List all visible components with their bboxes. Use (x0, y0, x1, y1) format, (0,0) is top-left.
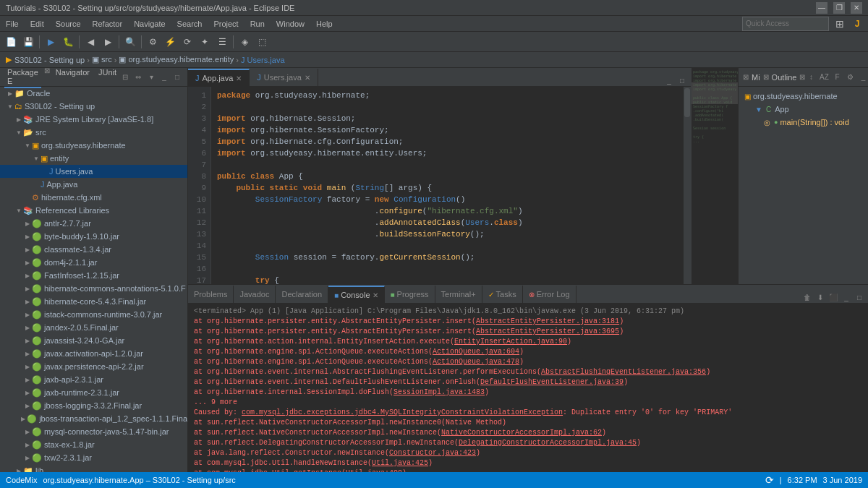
toolbar-btn-10[interactable]: ◈ (237, 34, 252, 50)
outline-sort-btn[interactable]: ↕ (805, 72, 817, 83)
tree-item-lib[interactable]: ▶ 📁 lib (0, 464, 187, 472)
menu-help[interactable]: Help (310, 16, 339, 31)
tab-package-explorer[interactable]: Package E (4, 68, 41, 88)
link-editor-btn[interactable]: ⇔ (132, 72, 144, 83)
tree-item-users-java[interactable]: J Users.java (0, 165, 187, 178)
menu-refactor[interactable]: Refactor (87, 16, 129, 31)
save-btn[interactable]: 💾 (20, 34, 36, 50)
toolbar-btn-8[interactable]: ✦ (197, 34, 213, 50)
tree-item-jre[interactable]: ▶ 📚 JRE System Library [JavaSE-1.8] (0, 113, 187, 126)
back-btn[interactable]: ◀ (82, 34, 98, 50)
tree-item-jar-istack[interactable]: ▶🟢istack-commons-runtime-3.0.7.jar (0, 308, 187, 321)
btab-declaration[interactable]: Declaration (276, 286, 328, 303)
perspective-btn[interactable]: ⊞ (832, 16, 848, 32)
breadcrumb-package[interactable]: ▣ org.studyeasy.hibernate.entity (119, 55, 234, 64)
outline-settings-btn[interactable]: ⚙ (844, 72, 856, 83)
outline-tab-label[interactable]: Mi (752, 73, 760, 82)
tree-item-jar-mysql[interactable]: ▶🟢mysql-connector-java-5.1.47-bin.jar (0, 425, 187, 438)
menu-file[interactable]: File (0, 16, 25, 31)
perspective-java-btn[interactable]: J (849, 16, 865, 32)
toolbar-btn-11[interactable]: ⬚ (254, 34, 270, 50)
run-btn[interactable]: ▶ (43, 34, 59, 50)
collapse-all-btn[interactable]: ⊟ (119, 72, 131, 83)
editor-scrollbar[interactable] (684, 87, 691, 284)
tab-junit[interactable]: JUnit (95, 68, 119, 88)
tree-item-cfg-xml[interactable]: ⚙ hibernate.cfg.xml (0, 191, 187, 204)
btab-problems[interactable]: Problems (188, 286, 234, 303)
tree-item-jar-jbosstx[interactable]: ▶🟢jboss-transaction-api_1.2_spec-1.1.1.F… (0, 412, 187, 425)
editor-maximize-btn[interactable]: □ (676, 74, 688, 86)
toolbar-btn-7[interactable]: ⟳ (179, 34, 195, 50)
quick-access-input[interactable] (742, 17, 829, 31)
tree-item-ref-libs[interactable]: ▼ 📚 Referenced Libraries (0, 204, 187, 217)
tree-item-jar-stax[interactable]: ▶🟢stax-ex-1.8.jar (0, 438, 187, 451)
minimize-button[interactable]: — (816, 2, 827, 14)
outline-hide-fields-btn[interactable]: F (831, 72, 843, 83)
breadcrumb-project[interactable]: S30L02 - Setting up (14, 56, 85, 64)
code-content[interactable]: package org.studyeasy.hibernate; import … (211, 87, 684, 284)
debug-btn[interactable]: 🐛 (60, 34, 76, 50)
console-maximize-btn[interactable]: □ (854, 291, 865, 303)
tree-item-jar-dom4j[interactable]: ▶🟢dom4j-2.1.1.jar (0, 256, 187, 269)
tree-item-src[interactable]: ▼ 📂 src (0, 126, 187, 139)
menu-source[interactable]: Source (50, 16, 87, 31)
menu-project[interactable]: Project (208, 16, 244, 31)
maximize-button[interactable]: ❐ (833, 2, 845, 14)
toolbar-btn-6[interactable]: ⚡ (162, 34, 178, 50)
tree-item-pkg-entity[interactable]: ▼ ▣ entity (0, 152, 187, 165)
outline-tab[interactable]: Outline (772, 73, 797, 82)
toolbar-btn-5[interactable]: ⚙ (145, 34, 161, 50)
menu-window[interactable]: Window (271, 16, 310, 31)
outline-minimize-btn[interactable]: _ (857, 72, 868, 83)
btab-terminal[interactable]: Terminal+ (435, 286, 482, 303)
tree-item-jar-jandex[interactable]: ▶🟢jandex-2.0.5.Final.jar (0, 321, 187, 334)
tree-item-app-java[interactable]: J App.java (0, 178, 187, 191)
tab-users-java[interactable]: J Users.java ✕ (250, 69, 318, 86)
tree-item-jar-javassist[interactable]: ▶🟢javassist-3.24.0-GA.jar (0, 334, 187, 347)
btab-tasks[interactable]: ✓ Tasks (482, 286, 523, 303)
outline-item-class[interactable]: ▼ C App (741, 103, 865, 116)
console-scroll-end-btn[interactable]: ⬇ (814, 291, 826, 303)
tree-item-jar-jaxact[interactable]: ▶🟢javax.activation-api-1.2.0.jar (0, 347, 187, 360)
tab-navigator[interactable]: Navigator (53, 68, 93, 88)
tree-item-jar-classmate[interactable]: ▶🟢classmate-1.3.4.jar (0, 243, 187, 256)
menu-search[interactable]: Search (171, 16, 208, 31)
btab-progress[interactable]: ■ Progress (385, 286, 435, 303)
menu-navigate[interactable]: Navigate (128, 16, 171, 31)
maximize-panel-btn[interactable]: □ (171, 72, 183, 83)
close-console-btn[interactable]: ✕ (373, 291, 378, 299)
console-minimize-btn[interactable]: _ (841, 291, 852, 303)
tree-item-pkg-hibernate[interactable]: ▼ ▣ org.studyeasy.hibernate (0, 139, 187, 152)
close-app-java[interactable]: ✕ (236, 74, 242, 82)
tab-app-java[interactable]: J App.java ✕ (188, 69, 250, 86)
menu-run[interactable]: Run (244, 16, 271, 31)
tree-item-jar-hcore[interactable]: ▶🟢hibernate-core-5.4.3.Final.jar (0, 295, 187, 308)
outline-item-pkg[interactable]: ▣ org.studyeasy.hibernate (741, 90, 865, 103)
close-button[interactable]: ✕ (851, 2, 862, 14)
menu-edit[interactable]: Edit (25, 16, 50, 31)
console-clear-btn[interactable]: 🗑 (801, 291, 813, 303)
close-users-java[interactable]: ✕ (305, 74, 310, 82)
tree-item-jar-txw2[interactable]: ▶🟢txw2-2.3.1.jar (0, 451, 187, 464)
tree-item-s30l02[interactable]: ▼ 🗂 S30L02 - Setting up (0, 100, 187, 113)
btab-javadoc[interactable]: Javadoc (234, 286, 276, 303)
tree-item-jar-jaxpers[interactable]: ▶🟢javax.persistence-api-2.2.jar (0, 360, 187, 373)
new-btn[interactable]: 📄 (3, 34, 19, 50)
tree-item-jar-hca[interactable]: ▶🟢hibernate-commons-annotations-5.1.0.F (0, 282, 187, 295)
tree-item-jar-jbosslog[interactable]: ▶🟢jboss-logging-3.3.2.Final.jar (0, 399, 187, 412)
search-btn[interactable]: 🔍 (122, 34, 138, 50)
tree-item-jar-fastinfoset[interactable]: ▶🟢FastInfoset-1.2.15.jar (0, 269, 187, 282)
tree-item-jar-jaxbapi[interactable]: ▶🟢jaxb-api-2.3.1.jar (0, 373, 187, 386)
view-menu-btn[interactable]: ▾ (145, 72, 157, 83)
console-stop-btn[interactable]: ⬛ (827, 291, 839, 303)
tree-item-jar-bytebuddy[interactable]: ▶🟢byte-buddy-1.9.10.jar (0, 230, 187, 243)
btab-console[interactable]: ■ Console ✕ (328, 286, 384, 303)
btab-errorlog[interactable]: ⊗ Error Log (523, 286, 576, 303)
editor-minimize-btn[interactable]: _ (663, 74, 675, 86)
code-editor[interactable]: 123456789101112131415161718 package org.… (188, 87, 691, 284)
tree-item-jar-jaxbruntime[interactable]: ▶🟢jaxb-runtime-2.3.1.jar (0, 386, 187, 399)
toolbar-btn-9[interactable]: ☰ (214, 34, 230, 50)
breadcrumb-file[interactable]: J Users.java (241, 56, 285, 64)
tree-item-oracle[interactable]: ▶ 📁 Oracle (0, 87, 187, 100)
forward-btn[interactable]: ▶ (100, 34, 116, 50)
